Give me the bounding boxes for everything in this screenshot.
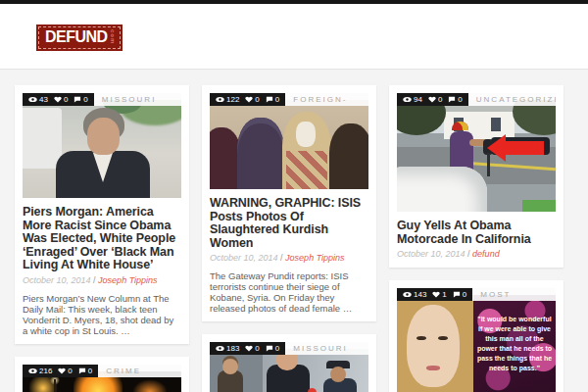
card-stat-row: 94 0 0 UNCATEGORIZED bbox=[397, 93, 556, 106]
meta-separator: / bbox=[467, 249, 470, 259]
article-image-obama-motorcade[interactable] bbox=[397, 100, 556, 212]
author-link[interactable]: Joseph Tippins bbox=[285, 253, 344, 263]
comment-icon bbox=[74, 96, 81, 103]
stats-bar: 94 0 0 bbox=[397, 93, 468, 106]
views-stat: 143 bbox=[403, 290, 426, 299]
card-stat-row: 216 0 0 CRIME bbox=[23, 365, 181, 377]
image-layer bbox=[438, 336, 448, 340]
category-link[interactable]: MISSOURI bbox=[285, 342, 368, 355]
article-card-isis: 122 0 0 FOREIGN-POLICY bbox=[202, 85, 376, 321]
card-stat-row: 122 0 0 FOREIGN-POLICY bbox=[210, 93, 368, 106]
comment-icon bbox=[78, 368, 86, 374]
category-link[interactable]: FOREIGN-POLICY bbox=[285, 93, 368, 106]
article-meta: October 10, 2014 / defund bbox=[397, 249, 556, 260]
article-image-gwyneth-quote[interactable]: "It would be wonderful if we were able t… bbox=[397, 295, 556, 392]
category-link[interactable]: CRIME bbox=[98, 365, 181, 377]
meta-separator: / bbox=[280, 253, 283, 263]
stats-bar: 183 0 0 bbox=[210, 342, 285, 355]
article-title-link[interactable]: WARNING, GRAPHIC: ISIS Posts Photos Of S… bbox=[210, 197, 368, 250]
article-grid: 43 0 0 MISSOURI bbox=[0, 70, 588, 392]
article-date: October 10, 2014 bbox=[23, 275, 91, 285]
site-logo[interactable]: DEFUND com bbox=[36, 24, 122, 51]
views-count: 143 bbox=[414, 290, 426, 299]
article-date: October 10, 2014 bbox=[397, 249, 466, 259]
eye-icon bbox=[403, 96, 412, 103]
article-meta: October 10, 2014 / Joseph Tippins bbox=[23, 275, 181, 286]
likes-stat: 1 bbox=[432, 290, 446, 299]
comments-stat: 0 bbox=[74, 95, 87, 104]
article-image-piers-morgan[interactable] bbox=[23, 100, 181, 198]
site-header: DEFUND com bbox=[0, 4, 588, 70]
comments-count: 0 bbox=[83, 95, 87, 104]
views-stat: 43 bbox=[28, 95, 48, 104]
eye-icon bbox=[28, 96, 37, 103]
image-layer bbox=[416, 336, 426, 340]
comment-icon bbox=[266, 345, 273, 352]
site-logo-frame: DEFUND com bbox=[38, 26, 121, 49]
grid-column-1: 43 0 0 MISSOURI bbox=[15, 85, 189, 392]
category-link[interactable]: MISSOURI bbox=[94, 93, 181, 106]
image-layer bbox=[87, 118, 120, 155]
microphone-shape bbox=[308, 388, 317, 392]
likes-stat: 0 bbox=[245, 344, 259, 353]
views-stat: 183 bbox=[216, 344, 239, 353]
article-card-piers-morgan: 43 0 0 MISSOURI bbox=[15, 85, 189, 344]
comments-stat: 0 bbox=[453, 290, 466, 299]
likes-count: 1 bbox=[442, 290, 446, 299]
likes-count: 0 bbox=[255, 95, 259, 104]
image-layer bbox=[237, 118, 284, 189]
grid-column-2: 122 0 0 FOREIGN-POLICY bbox=[202, 85, 376, 392]
stats-bar: 122 0 0 bbox=[210, 93, 285, 106]
views-stat: 122 bbox=[216, 95, 239, 104]
comment-icon bbox=[453, 291, 461, 298]
likes-stat: 0 bbox=[58, 367, 72, 375]
comments-stat: 0 bbox=[448, 95, 462, 104]
comment-icon bbox=[448, 96, 456, 103]
image-quote-text: "It would be wonderful if we were able t… bbox=[475, 315, 554, 373]
article-title-link[interactable]: Piers Morgan: America More Racist Since … bbox=[23, 206, 181, 272]
views-count: 216 bbox=[39, 367, 52, 375]
comments-stat: 0 bbox=[266, 95, 279, 104]
views-count: 122 bbox=[226, 95, 239, 104]
heart-icon bbox=[428, 96, 436, 103]
image-layer bbox=[296, 122, 316, 147]
heart-icon bbox=[432, 291, 440, 298]
likes-count: 0 bbox=[255, 344, 259, 353]
article-date: October 10, 2014 bbox=[210, 253, 278, 263]
image-layer bbox=[407, 305, 460, 387]
image-layer bbox=[452, 122, 468, 130]
article-image-moms-podium[interactable]: MOMS bbox=[210, 349, 368, 392]
views-stat: 216 bbox=[28, 367, 52, 375]
article-excerpt: Piers Morgan’s New Column at The Daily M… bbox=[23, 293, 181, 336]
stats-bar: 43 0 0 bbox=[23, 93, 94, 106]
image-layer bbox=[330, 367, 346, 382]
card-stat-row: 183 0 0 MISSOURI bbox=[210, 342, 368, 355]
comment-icon bbox=[266, 96, 273, 103]
heart-icon bbox=[54, 96, 62, 103]
site-logo-text: DEFUND bbox=[45, 28, 108, 46]
comments-count: 0 bbox=[88, 367, 92, 375]
grid-column-3: 94 0 0 UNCATEGORIZED bbox=[389, 85, 564, 392]
article-title-link[interactable]: Guy Yells At Obama Motorcade In Californ… bbox=[397, 220, 556, 246]
article-card-moms-rally: 183 0 0 MISSOURI bbox=[202, 334, 376, 392]
image-layer bbox=[397, 167, 487, 212]
article-image-kurdish-women[interactable] bbox=[210, 100, 368, 189]
comments-stat: 0 bbox=[266, 344, 279, 353]
category-link[interactable]: UNCATEGORIZED bbox=[468, 93, 556, 106]
author-link[interactable]: defund bbox=[472, 249, 500, 259]
card-stat-row: 43 0 0 MISSOURI bbox=[23, 93, 181, 106]
comments-count: 0 bbox=[458, 95, 462, 104]
author-link[interactable]: Joseph Tippins bbox=[98, 275, 157, 285]
views-stat: 94 bbox=[403, 95, 422, 104]
eye-icon bbox=[28, 368, 37, 374]
eye-icon bbox=[216, 345, 224, 352]
comments-count: 0 bbox=[463, 290, 466, 299]
likes-count: 0 bbox=[438, 95, 442, 104]
comments-count: 0 bbox=[275, 344, 279, 353]
likes-count: 0 bbox=[68, 367, 72, 375]
category-link[interactable]: MOST POPULAR bbox=[472, 288, 556, 301]
site-logo-tld: com bbox=[110, 29, 116, 44]
stats-bar: 143 1 0 bbox=[397, 288, 472, 301]
stats-bar: 216 0 0 bbox=[23, 365, 98, 377]
views-count: 94 bbox=[414, 95, 422, 104]
